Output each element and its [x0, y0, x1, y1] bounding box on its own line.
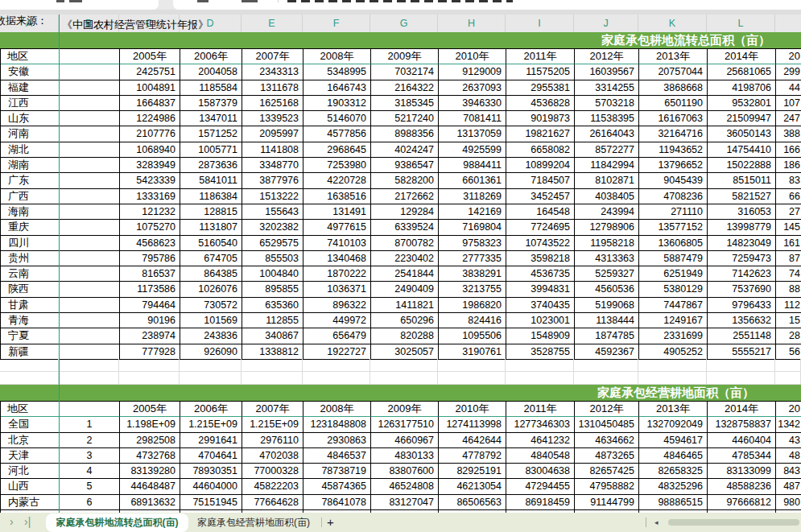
empty-grid-cell[interactable] — [707, 359, 775, 372]
value-cell[interactable]: 1131807 — [180, 220, 242, 235]
value-cell[interactable]: 4778792 — [439, 448, 506, 464]
value-cell[interactable]: 91144799 — [575, 495, 639, 510]
value-cell[interactable]: 1263177510 — [371, 417, 439, 432]
year-header-cell[interactable]: 2010年 — [439, 49, 506, 64]
value-cell[interactable]: 1075270 — [120, 220, 180, 235]
value-cell[interactable]: 86506563 — [439, 495, 506, 510]
value-cell[interactable]: 674705 — [180, 251, 242, 266]
region-cell[interactable]: 山西 — [1, 479, 60, 494]
year-header-cell[interactable]: 20 — [776, 402, 801, 417]
value-cell[interactable]: 730572 — [180, 298, 242, 313]
empty-grid-cell[interactable] — [638, 372, 707, 385]
add-sheet-button[interactable]: + — [327, 513, 334, 531]
value-cell[interactable]: 635360 — [242, 298, 303, 313]
value-cell[interactable]: 82658325 — [639, 464, 708, 479]
value-cell[interactable]: 1095506 — [439, 328, 506, 344]
value-cell[interactable]: 4846465 — [639, 448, 708, 464]
region-cell[interactable]: 河南 — [1, 126, 60, 142]
value-cell[interactable]: 5348995 — [303, 64, 371, 80]
value-cell[interactable]: 161 — [776, 236, 801, 251]
value-cell[interactable]: 68913632 — [120, 495, 180, 510]
value-cell[interactable]: 4460404 — [708, 433, 776, 448]
value-cell[interactable]: 247 — [776, 111, 801, 126]
value-cell[interactable]: 7410103 — [303, 236, 371, 251]
year-header-cell[interactable]: 2005年 — [120, 402, 180, 417]
index-cell[interactable] — [60, 236, 120, 251]
value-cell[interactable]: 13137059 — [439, 126, 506, 142]
value-cell[interactable]: 47958882 — [575, 479, 639, 494]
value-cell[interactable]: 1638516 — [303, 189, 371, 204]
region-cell[interactable]: 安徽 — [1, 64, 60, 80]
value-cell[interactable]: 9532801 — [708, 96, 776, 111]
value-cell[interactable]: 1036371 — [303, 282, 371, 297]
value-cell[interactable]: 794464 — [120, 298, 180, 313]
index-cell[interactable] — [60, 142, 120, 158]
region-cell[interactable]: 内蒙古 — [1, 495, 60, 510]
value-cell[interactable]: 1274113998 — [439, 417, 506, 432]
value-cell[interactable]: 3185345 — [371, 96, 439, 111]
value-cell[interactable]: 1277346303 — [506, 417, 575, 432]
index-cell[interactable] — [60, 344, 120, 360]
value-cell[interactable]: 1513222 — [242, 189, 303, 204]
value-cell[interactable]: 6601361 — [439, 173, 506, 188]
value-cell[interactable]: 1587379 — [180, 96, 242, 111]
value-cell[interactable]: 5887479 — [639, 251, 708, 266]
value-cell[interactable]: 5199068 — [575, 298, 639, 313]
index-cell[interactable] — [60, 189, 120, 204]
value-cell[interactable]: 13577152 — [639, 220, 708, 235]
empty-grid-cell[interactable] — [0, 359, 59, 372]
value-cell[interactable]: 1138444 — [575, 313, 639, 328]
region-header-cell[interactable]: 地区 — [1, 49, 60, 64]
empty-grid-cell[interactable] — [303, 359, 370, 372]
index-cell[interactable] — [60, 220, 120, 235]
value-cell[interactable]: 4577856 — [303, 126, 371, 142]
empty-grid-cell[interactable] — [574, 359, 638, 372]
value-cell[interactable]: 2230402 — [371, 251, 439, 266]
value-cell[interactable]: 15022888 — [708, 158, 776, 173]
region-cell[interactable]: 山东 — [1, 111, 60, 126]
value-cell[interactable]: 824416 — [439, 313, 506, 328]
value-cell[interactable]: 4873265 — [575, 448, 639, 464]
year-header-cell[interactable]: 2012年 — [575, 49, 639, 64]
value-cell[interactable]: 1023001 — [506, 313, 575, 328]
value-cell[interactable]: 112 — [776, 298, 801, 313]
index-cell[interactable] — [60, 328, 120, 344]
value-cell[interactable]: 2095997 — [242, 126, 303, 142]
value-cell[interactable]: 74 — [776, 266, 801, 282]
value-cell[interactable]: 14823049 — [708, 236, 776, 251]
value-cell[interactable]: 2976110 — [242, 433, 303, 448]
horizontal-scrollbar-thumb[interactable] — [668, 519, 799, 526]
value-cell[interactable]: 10743522 — [506, 236, 575, 251]
value-cell[interactable]: 3348770 — [242, 158, 303, 173]
scroll-left-icon[interactable]: ◂ — [654, 513, 659, 532]
value-cell[interactable]: 926090 — [180, 344, 242, 360]
value-cell[interactable]: 1922727 — [303, 344, 371, 360]
value-cell[interactable]: 83133099 — [708, 464, 776, 479]
value-cell[interactable]: 7259473 — [708, 251, 776, 266]
value-cell[interactable]: 3868668 — [639, 80, 708, 96]
value-cell[interactable]: 128815 — [180, 204, 242, 220]
value-cell[interactable]: 4313363 — [575, 251, 639, 266]
value-cell[interactable]: 896322 — [303, 298, 371, 313]
value-cell[interactable]: 2873636 — [180, 158, 242, 173]
value-cell[interactable]: 16039567 — [575, 64, 639, 80]
region-cell[interactable]: 江西 — [1, 96, 60, 111]
empty-grid-cell[interactable] — [506, 359, 574, 372]
value-cell[interactable]: 1986820 — [439, 298, 506, 313]
year-header-cell[interactable]: 2014年 — [708, 402, 776, 417]
value-cell[interactable]: 9796433 — [708, 298, 776, 313]
value-cell[interactable]: 3946330 — [439, 96, 506, 111]
value-cell[interactable]: 4536828 — [506, 96, 575, 111]
year-header-cell[interactable]: 2010年 — [439, 402, 506, 417]
region-cell[interactable]: 甘肃 — [1, 298, 60, 313]
region-cell[interactable]: 福建 — [1, 80, 60, 96]
column-header-K[interactable]: K — [638, 14, 707, 32]
empty-grid-cell[interactable] — [707, 372, 775, 385]
value-cell[interactable]: 2777335 — [439, 251, 506, 266]
value-cell[interactable]: 340867 — [242, 328, 303, 344]
value-cell[interactable]: 820288 — [371, 328, 439, 344]
index-cell[interactable] — [60, 282, 120, 297]
value-cell[interactable]: 20757044 — [639, 64, 708, 80]
column-header-F[interactable]: F — [303, 14, 370, 32]
value-cell[interactable]: 7253980 — [303, 158, 371, 173]
